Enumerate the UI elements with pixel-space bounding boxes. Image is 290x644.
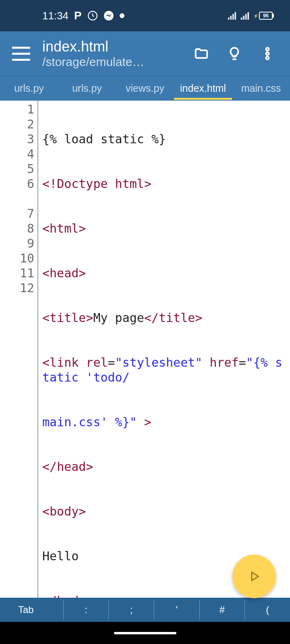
- menu-button[interactable]: [12, 47, 30, 61]
- file-path: /storage/emulate…: [42, 55, 181, 69]
- tab-urls-2[interactable]: urls.py: [58, 77, 116, 100]
- svg-rect-8: [245, 14, 246, 20]
- play-icon: [247, 569, 261, 584]
- notification-dot-icon: [120, 13, 124, 18]
- svg-rect-9: [248, 12, 249, 20]
- key-semi[interactable]: ;: [109, 600, 154, 619]
- svg-rect-3: [230, 16, 232, 20]
- code-editor[interactable]: 1 2 3 4 5 6 7 8 9 10 11 12 {% load stati…: [0, 101, 290, 598]
- messenger-icon: [104, 10, 114, 21]
- code-area[interactable]: {% load static %} <!Doctype html> <html>…: [38, 101, 290, 598]
- key-paren[interactable]: (: [245, 600, 290, 619]
- svg-rect-6: [241, 17, 242, 20]
- svg-rect-2: [228, 17, 229, 20]
- quick-key-row: Tab : ; ' # (: [0, 598, 290, 622]
- svg-point-11: [266, 52, 269, 55]
- status-right: ⚡ 96: [228, 11, 274, 20]
- status-left: 11:34 P: [42, 9, 124, 22]
- svg-rect-5: [235, 12, 236, 20]
- signal2-icon: [240, 11, 249, 20]
- signal-icon: [228, 11, 236, 20]
- tab-views[interactable]: views.py: [116, 77, 174, 100]
- more-button[interactable]: [259, 45, 276, 62]
- file-name: index.html: [42, 38, 181, 55]
- tab-urls-1[interactable]: urls.py: [0, 77, 58, 100]
- key-hash[interactable]: #: [200, 600, 245, 619]
- run-button[interactable]: [232, 555, 276, 598]
- svg-point-12: [266, 57, 269, 60]
- lightbulb-button[interactable]: [226, 45, 243, 62]
- appbar-title-block: index.html /storage/emulate…: [42, 38, 181, 69]
- battery-level: 96: [259, 12, 273, 20]
- folder-button[interactable]: [193, 45, 210, 62]
- battery-icon: ⚡ 96: [253, 12, 274, 20]
- svg-point-10: [266, 47, 269, 50]
- appbar-actions: [193, 45, 282, 62]
- status-bar: 11:34 P ⚡ 96: [0, 0, 290, 31]
- status-time: 11:34: [42, 10, 68, 22]
- svg-rect-4: [232, 14, 234, 20]
- key-colon[interactable]: :: [64, 600, 109, 619]
- key-tab[interactable]: Tab: [0, 600, 64, 619]
- tab-main-css[interactable]: main.css: [232, 77, 290, 100]
- tab-index[interactable]: index.html: [174, 77, 232, 100]
- key-quote[interactable]: ': [154, 600, 200, 619]
- gutter: 1 2 3 4 5 6 7 8 9 10 11 12: [0, 101, 38, 598]
- whatsapp-icon: [87, 10, 98, 21]
- system-nav-bar[interactable]: [0, 622, 290, 644]
- tab-bar: urls.py urls.py views.py index.html main…: [0, 76, 290, 101]
- home-indicator[interactable]: [114, 632, 176, 634]
- pandora-icon: P: [74, 9, 82, 22]
- svg-rect-7: [243, 16, 244, 20]
- app-bar: index.html /storage/emulate…: [0, 31, 290, 76]
- screen: 11:34 P ⚡ 96: [0, 0, 290, 644]
